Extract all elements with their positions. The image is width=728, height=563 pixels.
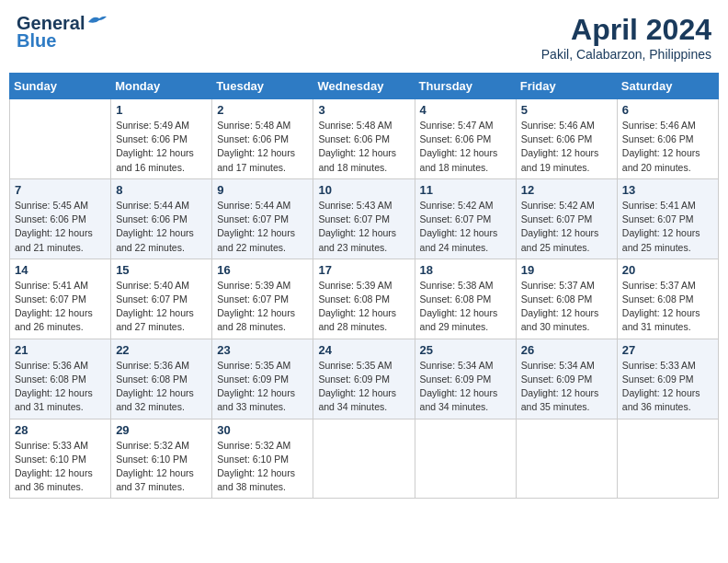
location: Pakil, Calabarzon, Philippines <box>541 47 711 62</box>
day-info: Sunrise: 5:43 AMSunset: 6:07 PMDaylight:… <box>318 199 409 255</box>
day-number: 21 <box>15 343 106 357</box>
calendar-cell <box>10 99 111 179</box>
day-number: 13 <box>622 183 713 197</box>
day-number: 28 <box>15 423 106 437</box>
calendar-cell: 14Sunrise: 5:41 AMSunset: 6:07 PMDayligh… <box>10 259 111 339</box>
day-info: Sunrise: 5:36 AMSunset: 6:08 PMDaylight:… <box>15 359 106 415</box>
day-info: Sunrise: 5:48 AMSunset: 6:06 PMDaylight:… <box>318 119 409 175</box>
logo-bird-icon <box>86 15 107 29</box>
day-info: Sunrise: 5:34 AMSunset: 6:09 PMDaylight:… <box>521 359 612 415</box>
calendar-cell: 3Sunrise: 5:48 AMSunset: 6:06 PMDaylight… <box>313 99 415 179</box>
calendar-cell: 22Sunrise: 5:36 AMSunset: 6:08 PMDayligh… <box>111 339 212 419</box>
day-number: 11 <box>420 183 511 197</box>
day-info: Sunrise: 5:41 AMSunset: 6:07 PMDaylight:… <box>622 199 713 255</box>
calendar-cell: 25Sunrise: 5:34 AMSunset: 6:09 PMDayligh… <box>415 339 516 419</box>
day-info: Sunrise: 5:44 AMSunset: 6:06 PMDaylight:… <box>116 199 207 255</box>
day-number: 18 <box>420 263 511 277</box>
day-info: Sunrise: 5:37 AMSunset: 6:08 PMDaylight:… <box>622 279 713 335</box>
calendar-cell: 23Sunrise: 5:35 AMSunset: 6:09 PMDayligh… <box>212 339 313 419</box>
calendar-cell: 4Sunrise: 5:47 AMSunset: 6:06 PMDaylight… <box>415 99 516 179</box>
calendar-cell: 24Sunrise: 5:35 AMSunset: 6:09 PMDayligh… <box>313 339 415 419</box>
day-number: 7 <box>15 183 106 197</box>
day-info: Sunrise: 5:46 AMSunset: 6:06 PMDaylight:… <box>622 119 713 175</box>
col-sunday: Sunday <box>10 74 111 99</box>
col-monday: Monday <box>111 74 212 99</box>
logo: General Blue <box>17 13 107 52</box>
day-info: Sunrise: 5:44 AMSunset: 6:07 PMDaylight:… <box>217 199 308 255</box>
calendar-header-row: Sunday Monday Tuesday Wednesday Thursday… <box>10 74 719 99</box>
week-row-5: 28Sunrise: 5:33 AMSunset: 6:10 PMDayligh… <box>10 419 719 499</box>
day-number: 5 <box>521 103 612 117</box>
day-number: 15 <box>116 263 207 277</box>
day-number: 27 <box>622 343 713 357</box>
day-info: Sunrise: 5:38 AMSunset: 6:08 PMDaylight:… <box>420 279 511 335</box>
day-info: Sunrise: 5:42 AMSunset: 6:07 PMDaylight:… <box>420 199 511 255</box>
page-header: General Blue April 2024 Pakil, Calabarzo… <box>9 9 719 65</box>
col-thursday: Thursday <box>415 74 516 99</box>
col-friday: Friday <box>516 74 617 99</box>
day-info: Sunrise: 5:36 AMSunset: 6:08 PMDaylight:… <box>116 359 207 415</box>
day-info: Sunrise: 5:39 AMSunset: 6:08 PMDaylight:… <box>318 279 409 335</box>
day-number: 4 <box>420 103 511 117</box>
calendar-cell: 30Sunrise: 5:32 AMSunset: 6:10 PMDayligh… <box>212 419 313 499</box>
calendar-cell <box>516 419 617 499</box>
calendar-cell: 7Sunrise: 5:45 AMSunset: 6:06 PMDaylight… <box>10 178 111 259</box>
week-row-2: 7Sunrise: 5:45 AMSunset: 6:06 PMDaylight… <box>10 178 719 259</box>
day-info: Sunrise: 5:32 AMSunset: 6:10 PMDaylight:… <box>217 439 308 495</box>
col-wednesday: Wednesday <box>313 74 415 99</box>
calendar-cell: 8Sunrise: 5:44 AMSunset: 6:06 PMDaylight… <box>111 178 212 259</box>
day-number: 24 <box>318 343 409 357</box>
day-info: Sunrise: 5:32 AMSunset: 6:10 PMDaylight:… <box>116 439 207 495</box>
day-info: Sunrise: 5:34 AMSunset: 6:09 PMDaylight:… <box>420 359 511 415</box>
day-number: 14 <box>15 263 106 277</box>
calendar-cell <box>415 419 516 499</box>
calendar-cell <box>617 419 718 499</box>
month-title: April 2024 <box>541 13 711 47</box>
day-info: Sunrise: 5:45 AMSunset: 6:06 PMDaylight:… <box>15 199 106 255</box>
day-info: Sunrise: 5:40 AMSunset: 6:07 PMDaylight:… <box>116 279 207 335</box>
calendar-cell: 15Sunrise: 5:40 AMSunset: 6:07 PMDayligh… <box>111 259 212 339</box>
calendar-cell: 11Sunrise: 5:42 AMSunset: 6:07 PMDayligh… <box>415 178 516 259</box>
day-info: Sunrise: 5:35 AMSunset: 6:09 PMDaylight:… <box>318 359 409 415</box>
day-info: Sunrise: 5:33 AMSunset: 6:10 PMDaylight:… <box>15 439 106 495</box>
calendar-cell: 5Sunrise: 5:46 AMSunset: 6:06 PMDaylight… <box>516 99 617 179</box>
day-number: 29 <box>116 423 207 437</box>
day-number: 16 <box>217 263 308 277</box>
week-row-1: 1Sunrise: 5:49 AMSunset: 6:06 PMDaylight… <box>10 99 719 179</box>
day-number: 10 <box>318 183 409 197</box>
col-tuesday: Tuesday <box>212 74 313 99</box>
calendar-cell: 20Sunrise: 5:37 AMSunset: 6:08 PMDayligh… <box>617 259 718 339</box>
col-saturday: Saturday <box>617 74 718 99</box>
calendar-cell: 28Sunrise: 5:33 AMSunset: 6:10 PMDayligh… <box>10 419 111 499</box>
calendar-cell: 16Sunrise: 5:39 AMSunset: 6:07 PMDayligh… <box>212 259 313 339</box>
calendar-cell: 29Sunrise: 5:32 AMSunset: 6:10 PMDayligh… <box>111 419 212 499</box>
day-number: 19 <box>521 263 612 277</box>
day-number: 1 <box>116 103 207 117</box>
week-row-3: 14Sunrise: 5:41 AMSunset: 6:07 PMDayligh… <box>10 259 719 339</box>
calendar-cell: 13Sunrise: 5:41 AMSunset: 6:07 PMDayligh… <box>617 178 718 259</box>
day-number: 6 <box>622 103 713 117</box>
calendar-table: Sunday Monday Tuesday Wednesday Thursday… <box>9 73 719 499</box>
calendar-cell: 10Sunrise: 5:43 AMSunset: 6:07 PMDayligh… <box>313 178 415 259</box>
day-info: Sunrise: 5:42 AMSunset: 6:07 PMDaylight:… <box>521 199 612 255</box>
week-row-4: 21Sunrise: 5:36 AMSunset: 6:08 PMDayligh… <box>10 339 719 419</box>
day-info: Sunrise: 5:41 AMSunset: 6:07 PMDaylight:… <box>15 279 106 335</box>
calendar-cell: 21Sunrise: 5:36 AMSunset: 6:08 PMDayligh… <box>10 339 111 419</box>
calendar-cell: 12Sunrise: 5:42 AMSunset: 6:07 PMDayligh… <box>516 178 617 259</box>
title-section: April 2024 Pakil, Calabarzon, Philippine… <box>541 13 711 62</box>
day-info: Sunrise: 5:48 AMSunset: 6:06 PMDaylight:… <box>217 119 308 175</box>
logo-blue-text: Blue <box>17 30 56 52</box>
calendar-cell <box>313 419 415 499</box>
day-number: 2 <box>217 103 308 117</box>
day-info: Sunrise: 5:37 AMSunset: 6:08 PMDaylight:… <box>521 279 612 335</box>
day-info: Sunrise: 5:47 AMSunset: 6:06 PMDaylight:… <box>420 119 511 175</box>
calendar-cell: 17Sunrise: 5:39 AMSunset: 6:08 PMDayligh… <box>313 259 415 339</box>
calendar-cell: 18Sunrise: 5:38 AMSunset: 6:08 PMDayligh… <box>415 259 516 339</box>
day-info: Sunrise: 5:33 AMSunset: 6:09 PMDaylight:… <box>622 359 713 415</box>
day-number: 25 <box>420 343 511 357</box>
day-number: 17 <box>318 263 409 277</box>
day-number: 30 <box>217 423 308 437</box>
calendar-cell: 2Sunrise: 5:48 AMSunset: 6:06 PMDaylight… <box>212 99 313 179</box>
day-info: Sunrise: 5:35 AMSunset: 6:09 PMDaylight:… <box>217 359 308 415</box>
calendar-cell: 19Sunrise: 5:37 AMSunset: 6:08 PMDayligh… <box>516 259 617 339</box>
